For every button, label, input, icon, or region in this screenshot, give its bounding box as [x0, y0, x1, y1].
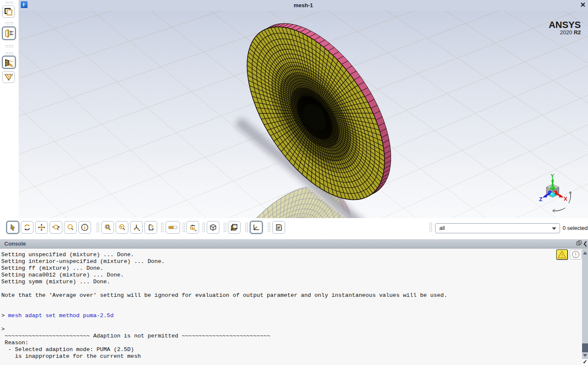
svg-text:Z: Z	[539, 196, 543, 202]
svg-text:X: X	[564, 196, 568, 202]
svg-text:Y: Y	[551, 173, 555, 179]
